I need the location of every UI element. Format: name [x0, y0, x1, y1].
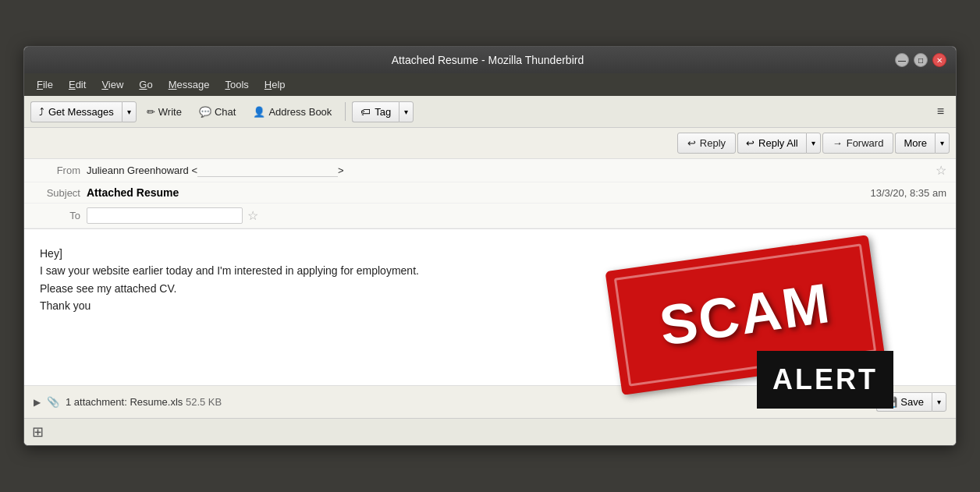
get-messages-group: ⤴ Get Messages ▾ [30, 101, 137, 122]
from-field: From Julieann Greenhoward < > ☆ [24, 159, 956, 182]
minimize-button[interactable]: — [895, 53, 909, 67]
footer-bar: ⊞ [24, 418, 956, 445]
scam-alert-container: SCAM ALERT [597, 245, 893, 416]
menu-message[interactable]: Message [162, 76, 216, 93]
tag-button[interactable]: 🏷 Tag [352, 101, 399, 122]
get-messages-button[interactable]: ⤴ Get Messages [30, 101, 122, 122]
toolbar-separator [345, 102, 346, 121]
window-controls: — □ ✕ [895, 53, 946, 67]
chat-button[interactable]: 💬 Chat [192, 102, 243, 122]
get-messages-icon: ⤴ [39, 106, 44, 118]
subject-value: Attached Resume [87, 186, 870, 199]
forward-icon: → [833, 137, 843, 149]
titlebar: Attached Resume - Mozilla Thunderbird — … [24, 47, 956, 73]
toolbar-menu-button[interactable]: ≡ [932, 101, 950, 122]
reply-all-dropdown[interactable]: ▾ [806, 133, 821, 154]
tag-icon: 🏷 [360, 106, 371, 118]
get-messages-dropdown[interactable]: ▾ [122, 101, 137, 122]
close-button[interactable]: ✕ [932, 53, 946, 67]
subject-field: Subject Attached Resume 13/3/20, 8:35 am [24, 182, 956, 204]
address-book-button[interactable]: 👤 Address Book [246, 102, 339, 122]
reply-all-group: ↩ Reply All ▾ [737, 133, 821, 154]
email-body: Hey] I saw your website earlier today an… [24, 229, 956, 385]
email-date: 13/3/20, 8:35 am [870, 187, 946, 199]
attachment-name: 1 attachment: Resume.xls [66, 396, 183, 408]
main-window: Attached Resume - Mozilla Thunderbird — … [23, 46, 957, 446]
get-messages-label: Get Messages [48, 106, 114, 118]
menu-view[interactable]: View [95, 76, 130, 93]
menu-file[interactable]: File [30, 76, 59, 93]
footer-icon[interactable]: ⊞ [32, 423, 44, 441]
write-icon: ✏ [147, 106, 155, 118]
from-email-placeholder [197, 165, 338, 177]
attachment-paperclip-icon: 📎 [47, 396, 59, 408]
subject-label: Subject [34, 187, 80, 199]
more-group: More ▾ [895, 133, 950, 154]
from-value: Julieann Greenhoward < > [87, 165, 936, 177]
reply-all-button[interactable]: ↩ Reply All [737, 133, 806, 154]
attachment-size: 52.5 KB [186, 396, 222, 408]
actionbar: ↩ Reply ↩ Reply All ▾ → Forward More ▾ [24, 128, 956, 159]
toolbar: ⤴ Get Messages ▾ ✏ Write 💬 Chat 👤 Addres… [24, 96, 956, 128]
menubar: File Edit View Go Message Tools Help [24, 73, 956, 96]
to-field: To ☆ [24, 204, 956, 228]
to-label: To [34, 210, 80, 221]
reply-icon: ↩ [687, 137, 696, 149]
more-button[interactable]: More [895, 133, 935, 154]
reply-all-icon: ↩ [746, 137, 755, 149]
more-dropdown[interactable]: ▾ [935, 133, 950, 154]
window-title: Attached Resume - Mozilla Thunderbird [80, 54, 895, 66]
email-header: From Julieann Greenhoward < > ☆ Subject … [24, 159, 956, 229]
address-book-icon: 👤 [253, 106, 265, 118]
reply-button[interactable]: ↩ Reply [677, 133, 736, 154]
write-button[interactable]: ✏ Write [140, 102, 189, 122]
to-star-icon[interactable]: ☆ [247, 208, 258, 223]
tag-dropdown[interactable]: ▾ [399, 101, 414, 122]
from-star-icon[interactable]: ☆ [936, 163, 946, 178]
menu-go[interactable]: Go [133, 76, 158, 93]
from-label: From [34, 165, 80, 176]
menu-edit[interactable]: Edit [62, 76, 92, 93]
maximize-button[interactable]: □ [914, 53, 928, 67]
alert-banner: ALERT [757, 351, 893, 409]
to-input[interactable] [87, 207, 243, 224]
tag-group: 🏷 Tag ▾ [352, 101, 414, 122]
from-name: Julieann Greenhoward < [87, 165, 197, 176]
chat-icon: 💬 [199, 106, 211, 118]
from-bracket-end: > [338, 165, 344, 176]
save-dropdown[interactable]: ▾ [932, 392, 946, 412]
attachment-expand-icon[interactable]: ▶ [34, 397, 41, 408]
menu-help[interactable]: Help [258, 76, 292, 93]
forward-button[interactable]: → Forward [822, 133, 894, 154]
menu-tools[interactable]: Tools [218, 76, 254, 93]
alert-text: ALERT [772, 363, 878, 395]
